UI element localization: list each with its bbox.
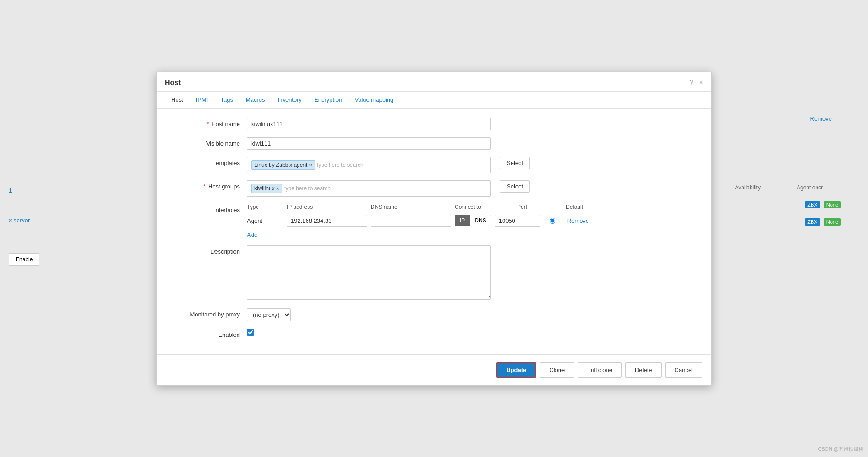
- host-groups-control: kiwilinux × type here to search Select: [247, 180, 530, 197]
- full-clone-button[interactable]: Full clone: [578, 362, 622, 378]
- tab-inventory[interactable]: Inventory: [271, 92, 308, 108]
- templates-container[interactable]: Linux by Zabbix agent × type here to sea…: [247, 157, 491, 173]
- none-badge-1: None: [824, 201, 841, 208]
- connect-to-group: IP DNS: [455, 215, 491, 226]
- help-icon[interactable]: ?: [690, 79, 694, 87]
- description-row: Description: [175, 245, 693, 301]
- host-name-input[interactable]: [247, 118, 491, 130]
- tab-ipmi[interactable]: IPMI: [190, 92, 215, 108]
- host-groups-select-button[interactable]: Select: [500, 180, 530, 193]
- interface-type-label: Agent: [247, 217, 283, 224]
- bg-column-headers: Availability Agent encr: [735, 184, 823, 191]
- availability-label: Availability: [735, 184, 760, 191]
- tab-macros[interactable]: Macros: [239, 92, 271, 108]
- bg-enable-button[interactable]: Enable: [9, 253, 39, 266]
- description-label: Description: [175, 245, 247, 255]
- interface-remove-link[interactable]: Remove: [567, 217, 589, 224]
- tab-tags[interactable]: Tags: [214, 92, 239, 108]
- required-star: *: [206, 121, 209, 127]
- templates-select-button[interactable]: Select: [500, 157, 530, 169]
- tab-encryption[interactable]: Encryption: [308, 92, 348, 108]
- host-name-label: * Host name: [175, 118, 247, 127]
- none-badge-2: None: [824, 218, 841, 226]
- host-name-control: [247, 118, 491, 130]
- col-default: Default: [566, 204, 593, 210]
- visible-name-row: Visible name: [175, 137, 693, 150]
- interfaces-columns: Type IP address DNS name Connect to Port…: [247, 204, 593, 212]
- proxy-control: (no proxy): [247, 308, 291, 321]
- bg-remove-button[interactable]: Remove: [810, 115, 832, 122]
- delete-button[interactable]: Delete: [625, 362, 662, 378]
- interfaces-label: Interfaces: [175, 204, 247, 213]
- host-groups-row: * Host groups kiwilinux × type here to s…: [175, 180, 693, 197]
- col-connect: Connect to: [455, 204, 513, 210]
- bg-server-name[interactable]: x server: [9, 217, 30, 224]
- interface-port-input[interactable]: [495, 215, 540, 227]
- interface-ip-input[interactable]: [287, 215, 367, 227]
- interface-dns-input[interactable]: [371, 215, 451, 227]
- interfaces-section: Type IP address DNS name Connect to Port…: [247, 204, 593, 238]
- connect-ip-button[interactable]: IP: [455, 215, 470, 226]
- zbx-badge-2: ZBX: [805, 218, 820, 226]
- visible-name-label: Visible name: [175, 137, 247, 147]
- description-control: [247, 245, 491, 301]
- proxy-select[interactable]: (no proxy): [247, 308, 291, 321]
- required-star-2: *: [203, 183, 205, 190]
- update-button[interactable]: Update: [496, 362, 536, 378]
- hostgroups-container[interactable]: kiwilinux × type here to search: [247, 180, 491, 197]
- clone-button[interactable]: Clone: [540, 362, 574, 378]
- connect-dns-button[interactable]: DNS: [470, 215, 491, 226]
- enabled-control: [247, 329, 254, 336]
- template-tag-remove[interactable]: ×: [309, 162, 312, 168]
- cancel-button[interactable]: Cancel: [665, 362, 702, 378]
- enabled-row: Enabled: [175, 329, 693, 338]
- agent-encr-label: Agent encr: [797, 184, 823, 191]
- tabs-container: Host IPMI Tags Macros Inventory Encrypti…: [157, 92, 711, 109]
- bg-row-num: 1: [9, 188, 12, 194]
- proxy-row: Monitored by proxy (no proxy): [175, 308, 693, 321]
- bg-badge-row1: ZBX None: [805, 201, 841, 208]
- hostgroup-tag: kiwilinux ×: [251, 184, 282, 193]
- interfaces-row: Interfaces Type IP address DNS name Conn…: [175, 204, 693, 238]
- watermark: CSDN @五维秩级桃: [818, 446, 863, 452]
- col-ip: IP address: [287, 204, 367, 210]
- hostgroup-tag-remove[interactable]: ×: [276, 186, 279, 191]
- tab-host[interactable]: Host: [165, 92, 190, 108]
- modal-header-actions: ? ×: [690, 79, 703, 87]
- enabled-label: Enabled: [175, 329, 247, 338]
- host-name-row: * Host name: [175, 118, 693, 130]
- add-interface-link[interactable]: Add: [247, 231, 593, 238]
- templates-label: Templates: [175, 157, 247, 166]
- col-port: Port: [517, 204, 562, 210]
- bg-badge-row2: ZBX None: [805, 218, 841, 226]
- proxy-label: Monitored by proxy: [175, 308, 247, 318]
- bg-number: 1: [9, 188, 12, 194]
- description-textarea[interactable]: [247, 245, 491, 300]
- visible-name-input[interactable]: [247, 137, 491, 150]
- templates-row: Templates Linux by Zabbix agent × type h…: [175, 157, 693, 173]
- default-radio-container: [544, 218, 562, 224]
- interface-agent-row: Agent IP DNS: [247, 215, 593, 227]
- hostgroups-search-placeholder: type here to search: [284, 184, 331, 193]
- template-tag: Linux by Zabbix agent ×: [251, 160, 315, 170]
- col-type: Type: [247, 204, 283, 210]
- tab-value-mapping[interactable]: Value mapping: [348, 92, 400, 108]
- col-dns: DNS name: [371, 204, 451, 210]
- default-radio[interactable]: [550, 218, 555, 224]
- visible-name-control: [247, 137, 491, 150]
- host-groups-label: * Host groups: [175, 180, 247, 190]
- modal-footer: Update Clone Full clone Delete Cancel: [157, 354, 711, 385]
- zbx-badge-1: ZBX: [805, 201, 820, 208]
- host-modal: Host ? × Host IPMI Tags Macros Inventory…: [156, 72, 712, 386]
- modal-body: * Host name Visible name Templates: [157, 109, 711, 354]
- enabled-checkbox[interactable]: [247, 329, 254, 336]
- modal-header: Host ? ×: [157, 72, 711, 92]
- modal-title: Host: [165, 79, 181, 87]
- close-icon[interactable]: ×: [699, 79, 703, 87]
- templates-control: Linux by Zabbix agent × type here to sea…: [247, 157, 530, 173]
- templates-search-placeholder: type here to search: [317, 161, 364, 169]
